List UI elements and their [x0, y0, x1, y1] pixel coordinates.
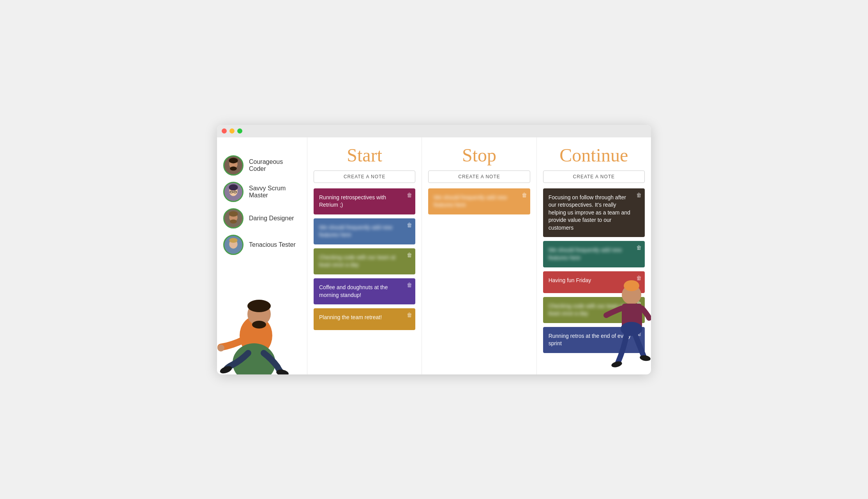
close-dot[interactable]	[222, 128, 227, 134]
note-card-s1: Running retrospectives with Retrium ;)🗑	[314, 188, 415, 214]
column-continue: ContinueCREATE A NOTEFocusing on follow …	[537, 137, 651, 374]
maximize-dot[interactable]	[237, 128, 242, 134]
note-card-c4: Checking code with our team at least onc…	[543, 297, 645, 323]
svg-point-2	[229, 158, 238, 163]
create-note-button-start[interactable]: CREATE A NOTE	[314, 170, 415, 183]
person-illustration	[217, 289, 291, 374]
svg-point-19	[252, 321, 266, 329]
delete-icon-s5[interactable]: 🗑	[407, 311, 412, 319]
note-card-c1: Focusing on follow through after our ret…	[543, 188, 645, 237]
note-text-st1: We should frequently add new features he…	[434, 194, 507, 208]
minimize-dot[interactable]	[229, 128, 235, 134]
member-name-m4: Tenacious Tester	[249, 241, 296, 248]
main-content: StartCREATE A NOTERunning retrospectives…	[307, 137, 651, 374]
note-text-c2: We should frequently add new features he…	[549, 247, 622, 261]
member-name-m3: Daring Designer	[249, 215, 294, 222]
svg-point-30	[639, 354, 651, 362]
notes-list-stop: We should frequently add new features he…	[428, 188, 530, 214]
member-list: Courageous Coder Savvy Scrum Master Dari…	[223, 155, 301, 255]
svg-point-18	[247, 300, 271, 312]
svg-point-3	[230, 166, 237, 170]
avatar-m3	[223, 208, 243, 228]
delete-icon-s4[interactable]: 🗑	[407, 281, 412, 289]
note-text-c5: Running retros at the end of every sprin…	[549, 333, 631, 347]
note-text-s5: Planning the team retreat!	[319, 314, 382, 320]
column-title-start: Start	[314, 144, 415, 166]
delete-icon-c4[interactable]: 🗑	[636, 300, 642, 308]
delete-icon-c1[interactable]: 🗑	[636, 192, 642, 199]
note-text-c3: Having fun Friday	[549, 277, 591, 283]
member-item-m1[interactable]: Courageous Coder	[223, 155, 301, 176]
note-card-c2: We should frequently add new features he…	[543, 241, 645, 267]
delete-icon-c3[interactable]: 🗑	[636, 274, 642, 282]
note-card-s2: We should frequently add new features he…	[314, 218, 415, 244]
member-name-m1: Courageous Coder	[249, 158, 301, 172]
title-bar	[217, 125, 651, 137]
note-card-s4: Coffee and doughnuts at the morning stan…	[314, 278, 415, 304]
notes-list-continue: Focusing on follow through after our ret…	[543, 188, 645, 353]
note-card-s5: Planning the team retreat!🗑	[314, 308, 415, 330]
sidebar: Courageous Coder Savvy Scrum Master Dari…	[217, 137, 307, 374]
delete-icon-s1[interactable]: 🗑	[407, 192, 412, 199]
notes-list-start: Running retrospectives with Retrium ;)🗑W…	[314, 188, 415, 330]
note-text-s2: We should frequently add new features he…	[319, 224, 392, 238]
member-name-m2: Savvy Scrum Master	[249, 185, 301, 199]
column-title-continue: Continue	[543, 144, 645, 166]
create-note-button-stop[interactable]: CREATE A NOTE	[428, 170, 530, 183]
member-item-m3[interactable]: Daring Designer	[223, 208, 301, 228]
avatar-m4	[223, 235, 243, 255]
app-body: Courageous Coder Savvy Scrum Master Dari…	[217, 137, 651, 374]
note-text-c4: Checking code with our team at least onc…	[549, 303, 625, 317]
note-card-st1: We should frequently add new features he…	[428, 188, 530, 214]
svg-point-12	[230, 219, 237, 223]
svg-point-6	[229, 184, 238, 190]
note-text-s1: Running retrospectives with Retrium ;)	[319, 194, 386, 208]
app-window: Courageous Coder Savvy Scrum Master Dari…	[217, 125, 651, 374]
column-start: StartCREATE A NOTERunning retrospectives…	[307, 137, 422, 374]
svg-point-29	[611, 360, 623, 368]
note-card-s3: Checking code with our team at least onc…	[314, 248, 415, 274]
delete-icon-c2[interactable]: 🗑	[636, 244, 642, 252]
svg-point-15	[229, 238, 237, 242]
note-text-s3: Checking code with our team at least onc…	[319, 254, 395, 268]
column-stop: StopCREATE A NOTEWe should frequently ad…	[422, 137, 536, 374]
note-text-s4: Coffee and doughnuts at the morning stan…	[319, 284, 388, 298]
member-item-m2[interactable]: Savvy Scrum Master	[223, 182, 301, 202]
note-card-c5: Running retros at the end of every sprin…	[543, 327, 645, 353]
column-title-stop: Stop	[428, 144, 530, 166]
delete-icon-s3[interactable]: 🗑	[407, 251, 412, 259]
avatar-m2	[223, 182, 243, 202]
create-note-button-continue[interactable]: CREATE A NOTE	[543, 170, 645, 183]
avatar-m1	[223, 155, 243, 176]
delete-icon-c5[interactable]: 🗑	[636, 330, 642, 338]
svg-point-11	[229, 211, 238, 216]
note-text-c1: Focusing on follow through after our ret…	[549, 194, 630, 231]
delete-icon-st1[interactable]: 🗑	[522, 192, 527, 199]
delete-icon-s2[interactable]: 🗑	[407, 221, 412, 229]
svg-point-20	[217, 344, 224, 351]
note-card-c3: Having fun Friday🗑	[543, 271, 645, 293]
member-item-m4[interactable]: Tenacious Tester	[223, 235, 301, 255]
